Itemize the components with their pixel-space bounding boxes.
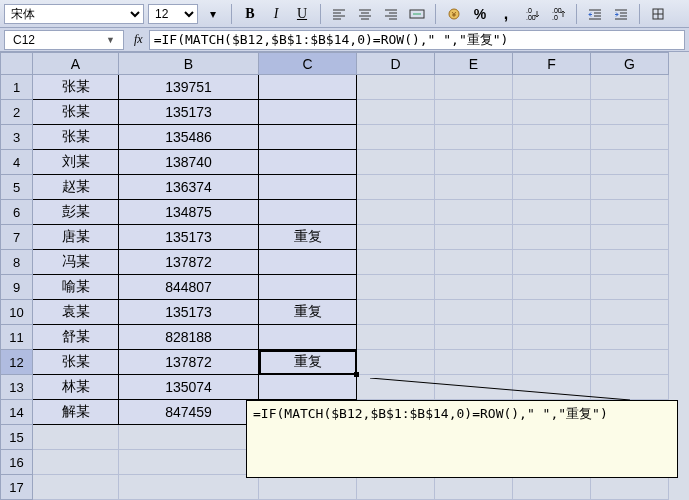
cell[interactable] [435,325,513,350]
row-header[interactable]: 14 [1,400,33,425]
cell[interactable] [357,150,435,175]
cell[interactable] [259,475,357,500]
cell[interactable] [357,300,435,325]
cell[interactable] [591,300,669,325]
cell[interactable] [513,275,591,300]
align-left-button[interactable] [328,3,350,25]
decrease-indent-button[interactable] [584,3,606,25]
name-box[interactable]: C12 ▼ [4,30,124,50]
cell[interactable]: 唐某 [33,225,119,250]
cell[interactable] [119,450,259,475]
cell[interactable] [33,475,119,500]
cell[interactable]: 解某 [33,400,119,425]
cell[interactable] [591,100,669,125]
cell[interactable]: 134875 [119,200,259,225]
cell[interactable] [259,375,357,400]
cell[interactable]: 袁某 [33,300,119,325]
row-header[interactable]: 9 [1,275,33,300]
cell[interactable] [33,450,119,475]
cell[interactable] [259,125,357,150]
cell[interactable] [591,275,669,300]
cell[interactable] [435,375,513,400]
col-header-D[interactable]: D [357,53,435,75]
cell[interactable]: 136374 [119,175,259,200]
cell[interactable]: 冯某 [33,250,119,275]
cell[interactable]: 828188 [119,325,259,350]
cell[interactable]: 135173 [119,300,259,325]
cell[interactable] [357,375,435,400]
align-right-button[interactable] [380,3,402,25]
cell[interactable] [435,125,513,150]
cell[interactable] [591,250,669,275]
cell[interactable] [435,250,513,275]
cell[interactable] [435,300,513,325]
cell[interactable] [513,200,591,225]
cell[interactable] [357,125,435,150]
cell[interactable] [259,75,357,100]
cell[interactable] [357,250,435,275]
row-header[interactable]: 4 [1,150,33,175]
cell[interactable]: 张某 [33,75,119,100]
percent-button[interactable]: % [469,3,491,25]
cell[interactable] [513,100,591,125]
cell[interactable]: 137872 [119,350,259,375]
cell[interactable]: 赵某 [33,175,119,200]
row-header[interactable]: 2 [1,100,33,125]
cell[interactable] [435,225,513,250]
cell[interactable] [513,175,591,200]
font-size-dropdown-icon[interactable]: ▾ [202,3,224,25]
cell[interactable] [357,100,435,125]
cell[interactable] [259,100,357,125]
currency-button[interactable]: ¥ [443,3,465,25]
col-header-B[interactable]: B [119,53,259,75]
cell[interactable]: 135074 [119,375,259,400]
cell[interactable] [591,350,669,375]
cell[interactable] [435,100,513,125]
cell[interactable] [591,200,669,225]
italic-button[interactable]: I [265,3,287,25]
cell[interactable]: 135173 [119,225,259,250]
row-header[interactable]: 11 [1,325,33,350]
cell[interactable] [513,225,591,250]
cell[interactable] [119,475,259,500]
row-header[interactable]: 16 [1,450,33,475]
cell[interactable]: 重复 [259,300,357,325]
cell[interactable] [259,150,357,175]
cell[interactable]: 847459 [119,400,259,425]
cell[interactable]: 张某 [33,350,119,375]
cell[interactable] [357,350,435,375]
decrease-decimal-button[interactable]: .00.0 [547,3,569,25]
row-header[interactable]: 10 [1,300,33,325]
row-header[interactable]: 7 [1,225,33,250]
cell[interactable] [357,200,435,225]
cell[interactable] [591,75,669,100]
cell[interactable] [119,425,259,450]
row-header[interactable]: 17 [1,475,33,500]
row-header[interactable]: 12 [1,350,33,375]
cell[interactable] [259,275,357,300]
cell[interactable] [435,200,513,225]
formula-input[interactable]: =IF(MATCH($B12,$B$1:$B$14,0)=ROW()," ","… [149,30,685,50]
cell[interactable]: 张某 [33,125,119,150]
merge-button[interactable] [406,3,428,25]
cell[interactable] [435,475,513,500]
cell[interactable] [591,375,669,400]
col-header-E[interactable]: E [435,53,513,75]
font-size-select[interactable]: 12 [148,4,198,24]
underline-button[interactable]: U [291,3,313,25]
cell[interactable]: 138740 [119,150,259,175]
cell[interactable] [591,225,669,250]
cell[interactable] [591,325,669,350]
cell[interactable] [259,325,357,350]
cell[interactable] [357,325,435,350]
cell[interactable] [435,75,513,100]
name-box-dropdown-icon[interactable]: ▼ [106,35,115,45]
cell[interactable] [357,275,435,300]
cell[interactable] [513,125,591,150]
cell[interactable] [435,275,513,300]
cell[interactable] [357,175,435,200]
cell[interactable] [435,350,513,375]
increase-indent-button[interactable] [610,3,632,25]
cell[interactable] [591,150,669,175]
borders-button[interactable] [647,3,669,25]
